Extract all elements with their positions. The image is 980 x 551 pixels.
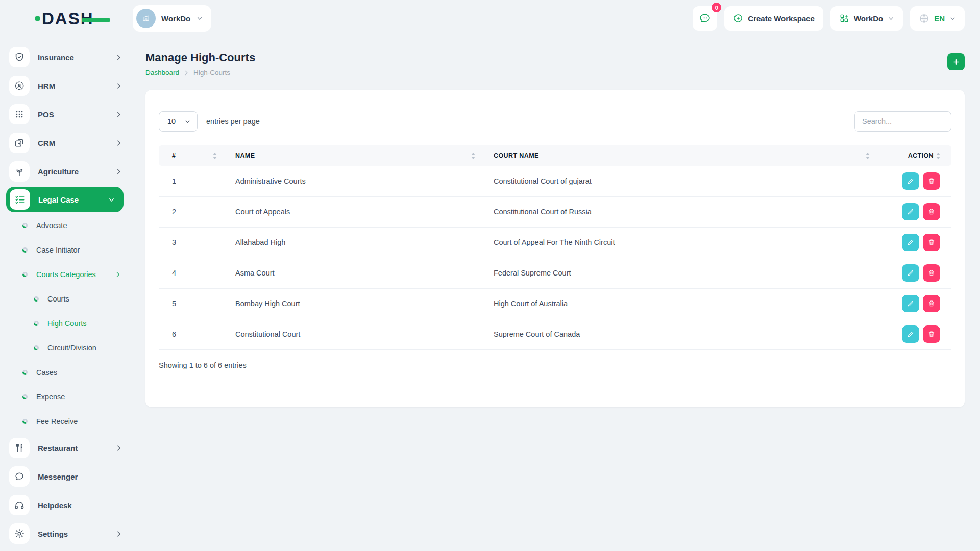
column-label: # bbox=[172, 152, 176, 159]
shield-check-icon bbox=[9, 47, 30, 67]
sidebar-subitem-label: Expense bbox=[36, 393, 121, 401]
table-row: 1 Administrative Courts Constitutional C… bbox=[159, 166, 951, 196]
chevron-right-icon bbox=[115, 444, 122, 452]
column-header-action[interactable]: ACTION bbox=[875, 145, 951, 166]
create-workspace-button[interactable]: Create Workspace bbox=[724, 6, 823, 31]
language-selector[interactable]: EN bbox=[910, 6, 965, 31]
chevron-right-icon bbox=[115, 139, 122, 147]
sidebar-item-crm[interactable]: CRM bbox=[0, 129, 133, 157]
fork-knife-icon bbox=[9, 438, 30, 458]
cell-name: Court of Appeals bbox=[222, 196, 480, 227]
sidebar-item-insurance[interactable]: Insurance bbox=[0, 43, 133, 71]
cell-num: 3 bbox=[159, 227, 222, 258]
sidebar-item-case-initiator[interactable]: Case Initiator bbox=[0, 238, 133, 262]
sidebar-subitem-label: Circuit/Division bbox=[47, 344, 121, 352]
table-row: 6 Constitutional Court Supreme Court of … bbox=[159, 319, 951, 349]
table-row: 3 Allahabad High Court of Appeal For The… bbox=[159, 227, 951, 258]
trash-icon bbox=[927, 330, 936, 338]
trash-icon bbox=[927, 238, 936, 246]
workspace-switcher[interactable]: WorkDo bbox=[133, 5, 211, 32]
bullet-ring-icon bbox=[22, 247, 28, 253]
sidebar-item-label: Agriculture bbox=[38, 167, 107, 176]
chevron-right-icon bbox=[115, 168, 122, 176]
dash-logo: DASH bbox=[35, 10, 110, 27]
cell-name: Bombay High Court bbox=[222, 288, 480, 319]
breadcrumb-current: High-Courts bbox=[193, 69, 230, 77]
topbar: DASH WorkDo 0 Creat bbox=[0, 0, 980, 37]
chat-bubble-icon bbox=[699, 12, 711, 24]
edit-button[interactable] bbox=[902, 295, 919, 312]
sidebar-item-courts[interactable]: Courts bbox=[0, 287, 133, 311]
sidebar-item-high-courts[interactable]: High Courts bbox=[0, 311, 133, 336]
sidebar-item-agriculture[interactable]: Agriculture bbox=[0, 157, 133, 186]
breadcrumb: Dashboard High-Courts bbox=[145, 69, 255, 77]
table-controls: 10 entries per page bbox=[159, 111, 951, 132]
circle-plus-icon bbox=[733, 13, 743, 23]
entries-per-page-label: entries per page bbox=[206, 117, 260, 126]
sidebar-item-circuit-division[interactable]: Circuit/Division bbox=[0, 336, 133, 360]
sidebar-item-label: Restaurant bbox=[38, 444, 107, 453]
add-high-court-button[interactable] bbox=[947, 53, 965, 70]
edit-button[interactable] bbox=[902, 264, 919, 282]
app-logo[interactable]: DASH bbox=[0, 10, 133, 27]
sidebar-item-restaurant[interactable]: Restaurant bbox=[0, 434, 133, 462]
sort-arrows-icon bbox=[213, 153, 217, 159]
trash-icon bbox=[927, 269, 936, 277]
column-header-name[interactable]: NAME bbox=[222, 145, 480, 166]
column-header-num[interactable]: # bbox=[159, 145, 222, 166]
messages-badge: 0 bbox=[712, 3, 721, 12]
delete-button[interactable] bbox=[923, 203, 940, 220]
sidebar-item-hrm[interactable]: HRM bbox=[0, 71, 133, 100]
column-header-court-name[interactable]: COURT NAME bbox=[480, 145, 875, 166]
entries-per-page-select[interactable]: 10 bbox=[159, 111, 198, 132]
sidebar: Insurance HRM POS bbox=[0, 37, 133, 551]
sidebar-item-expense[interactable]: Expense bbox=[0, 385, 133, 409]
sidebar-item-label: POS bbox=[38, 110, 107, 119]
sidebar-subitem-label: Courts bbox=[47, 295, 121, 303]
search-input[interactable] bbox=[854, 111, 951, 132]
sidebar-item-label: Legal Case bbox=[38, 195, 100, 204]
topbar-actions: 0 Create Workspace WorkDo EN bbox=[693, 6, 965, 31]
trash-icon bbox=[927, 177, 936, 185]
plus-icon bbox=[952, 58, 961, 66]
pencil-icon bbox=[906, 238, 915, 246]
sidebar-item-legal-case[interactable]: Legal Case bbox=[6, 187, 124, 212]
delete-button[interactable] bbox=[923, 295, 940, 312]
workspace-dropdown[interactable]: WorkDo bbox=[830, 6, 903, 31]
cell-court: High Court of Australia bbox=[480, 288, 875, 319]
breadcrumb-dashboard-link[interactable]: Dashboard bbox=[145, 69, 179, 77]
delete-button[interactable] bbox=[923, 264, 940, 282]
pencil-icon bbox=[906, 208, 915, 216]
sidebar-item-helpdesk[interactable]: Helpdesk bbox=[0, 491, 133, 519]
person-target-icon bbox=[9, 76, 30, 96]
sidebar-item-settings[interactable]: Settings bbox=[0, 519, 133, 548]
grid-plus-icon bbox=[839, 13, 849, 23]
sidebar-item-fee-receive[interactable]: Fee Receive bbox=[0, 409, 133, 434]
sidebar-item-pos[interactable]: POS bbox=[0, 100, 133, 129]
column-label: COURT NAME bbox=[494, 152, 539, 159]
cell-num: 2 bbox=[159, 196, 222, 227]
sidebar-item-cases[interactable]: Cases bbox=[0, 360, 133, 385]
sidebar-item-advocate[interactable]: Advocate bbox=[0, 213, 133, 238]
delete-button[interactable] bbox=[923, 325, 940, 343]
edit-button[interactable] bbox=[902, 172, 919, 190]
edit-button[interactable] bbox=[902, 234, 919, 251]
chevron-right-icon bbox=[115, 54, 122, 61]
sidebar-item-label: Settings bbox=[38, 530, 107, 538]
trash-icon bbox=[927, 208, 936, 216]
edit-button[interactable] bbox=[902, 325, 919, 343]
sidebar-item-label: Insurance bbox=[38, 53, 107, 62]
pencil-icon bbox=[906, 330, 915, 338]
column-label: ACTION bbox=[908, 152, 934, 159]
chevron-down-icon bbox=[888, 15, 894, 22]
delete-button[interactable] bbox=[923, 172, 940, 190]
cell-name: Constitutional Court bbox=[222, 319, 480, 349]
edit-button[interactable] bbox=[902, 203, 919, 220]
page-header: Manage High-Courts Dashboard High-Courts bbox=[145, 47, 965, 77]
delete-button[interactable] bbox=[923, 234, 940, 251]
messages-button[interactable]: 0 bbox=[693, 6, 717, 31]
sidebar-item-courts-categories[interactable]: Courts Categories bbox=[0, 262, 133, 287]
chevron-down-icon bbox=[108, 196, 115, 204]
bullet-ring-icon bbox=[34, 345, 39, 350]
sidebar-item-messenger[interactable]: Messenger bbox=[0, 462, 133, 491]
